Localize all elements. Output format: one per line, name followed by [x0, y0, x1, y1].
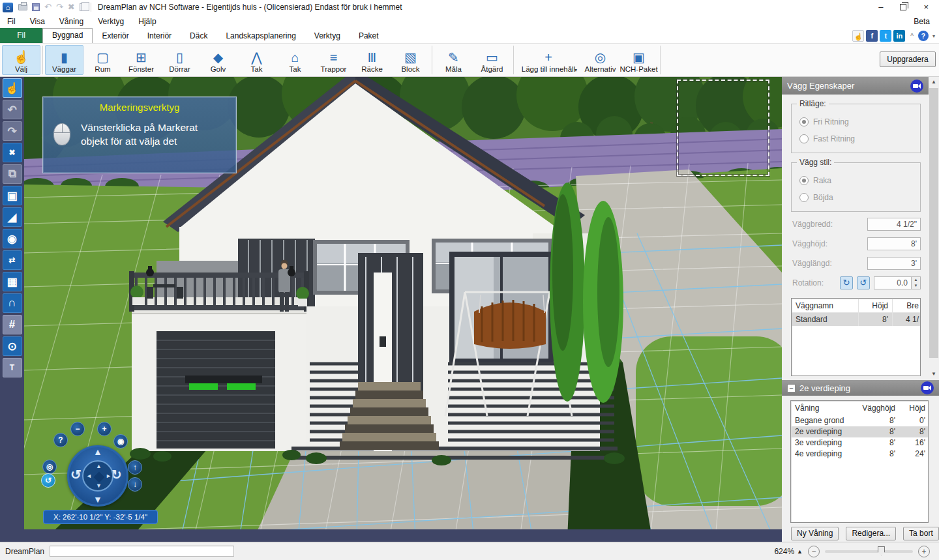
nav-plane-rotate-button[interactable]: ↺: [41, 473, 55, 488]
tab-paket[interactable]: Paket: [350, 29, 388, 43]
help-dropdown-icon[interactable]: ▾: [932, 33, 935, 39]
compass-button[interactable]: ⊙: [3, 336, 22, 356]
tab-dack[interactable]: Däck: [181, 29, 216, 43]
nav-elevate-up-button[interactable]: ↑: [128, 460, 142, 475]
close-button[interactable]: ×: [923, 1, 929, 14]
zoom-out-button[interactable]: −: [808, 546, 820, 557]
radio-fast-ritning[interactable]: Fast Ritning: [799, 134, 914, 143]
zoom-slider-thumb[interactable]: [878, 546, 885, 556]
panel-scrollbar[interactable]: ▲ ▼: [929, 77, 939, 379]
radio-raka[interactable]: Raka: [799, 176, 914, 185]
nav-rotate-ccw-icon[interactable]: ↺: [70, 467, 82, 482]
help-icon[interactable]: ?: [918, 31, 929, 41]
print-icon[interactable]: [18, 4, 27, 10]
roof-button[interactable]: ⌂ Tak: [276, 45, 314, 75]
snap-magnet-button[interactable]: ∩: [3, 293, 22, 313]
nav-orbit-button[interactable]: ◎: [42, 460, 57, 474]
rotation-input[interactable]: 0.0: [874, 276, 912, 289]
nav-tilt-down-icon[interactable]: ▼: [67, 494, 128, 505]
nav-zoom-in-button[interactable]: +: [97, 422, 112, 436]
minimize-button[interactable]: –: [878, 1, 883, 14]
add-content-button[interactable]: + Lägg till innehåll ▾: [516, 45, 581, 75]
spin-down-icon[interactable]: ▼: [912, 283, 920, 289]
wall-width-input[interactable]: 4 1/2": [867, 218, 921, 231]
nch-suite-button[interactable]: ▣ NCH-Paket: [619, 45, 658, 75]
tab-interior[interactable]: Interiör: [138, 29, 181, 43]
show-roof-button[interactable]: ◢: [3, 207, 22, 227]
redo-button[interactable]: ↷: [3, 121, 22, 141]
measure-button[interactable]: ▭ Åtgärd: [473, 45, 511, 75]
block-button[interactable]: ▧ Block: [391, 45, 430, 75]
add-content-dropdown-icon[interactable]: ▾: [574, 67, 577, 73]
copy-icon[interactable]: [80, 3, 86, 11]
rotate-cw-button[interactable]: ↻: [840, 276, 853, 289]
tab-byggnad[interactable]: Byggnad: [42, 28, 93, 43]
nav-elevate-down-button[interactable]: ↓: [128, 477, 142, 492]
video-help-icon[interactable]: [910, 80, 923, 93]
scroll-down-icon[interactable]: ▼: [929, 369, 939, 379]
twitter-icon[interactable]: t: [880, 30, 891, 42]
restore-button[interactable]: [900, 4, 906, 10]
undo-icon[interactable]: ↶: [44, 3, 52, 12]
floor-button[interactable]: ◆ Golv: [199, 45, 237, 75]
menu-vaning[interactable]: Våning: [52, 14, 91, 29]
select-pan-tool-button[interactable]: ☝: [3, 78, 22, 98]
facebook-icon[interactable]: f: [866, 30, 878, 42]
walls-button[interactable]: ▮ Väggar: [45, 45, 83, 75]
collapse-icon[interactable]: −: [787, 384, 796, 392]
like-icon[interactable]: ☝: [852, 30, 864, 42]
delete-floor-button[interactable]: Ta bort: [903, 527, 939, 540]
crop-plan-button[interactable]: #: [3, 315, 22, 334]
tab-landskapsplanering[interactable]: Landskapsplanering: [216, 29, 305, 43]
tab-fil[interactable]: Fil: [0, 28, 42, 43]
select-button[interactable]: ☝ Välj: [2, 45, 40, 75]
show-3d-button[interactable]: ▣: [3, 186, 22, 205]
edit-floor-button[interactable]: Redigera...: [846, 527, 896, 540]
options-button[interactable]: ◎ Alternativ: [581, 45, 619, 75]
table-row[interactable]: Standard 8' 4 1/: [792, 313, 920, 326]
doors-button[interactable]: ▯ Dörrar: [160, 45, 199, 75]
collapse-ribbon-icon[interactable]: ^: [910, 33, 914, 40]
new-floor-button[interactable]: Ny Våning: [791, 527, 839, 540]
floor-row[interactable]: 3e verdieping 8' 16': [791, 437, 928, 449]
menu-fil[interactable]: Fil: [0, 14, 23, 29]
save-icon[interactable]: [32, 3, 40, 11]
spin-up-icon[interactable]: ▲: [912, 277, 920, 283]
linkedin-icon[interactable]: in: [893, 30, 905, 42]
labels-button[interactable]: T: [3, 358, 22, 377]
nav-zoom-out-button[interactable]: −: [70, 422, 85, 436]
nav-pan-pad[interactable]: ▲ ▼ ◄ ►: [82, 460, 113, 492]
tab-verktyg[interactable]: Verktyg: [305, 29, 350, 43]
duplicate-button[interactable]: ⧉: [3, 164, 22, 184]
scroll-up-icon[interactable]: ▲: [929, 77, 939, 87]
radio-bojda[interactable]: Böjda: [799, 193, 914, 202]
undo-button[interactable]: ↶: [3, 100, 22, 119]
video-help-icon[interactable]: [921, 381, 934, 394]
orbit-view-button[interactable]: ◉: [3, 229, 22, 248]
ceiling-button[interactable]: ⋀ Tak: [237, 45, 276, 75]
nav-help-button[interactable]: ?: [53, 433, 68, 447]
menu-hjalp[interactable]: Hjälp: [131, 14, 163, 29]
zoom-slider[interactable]: [825, 550, 913, 553]
wall-length-input[interactable]: 3': [867, 257, 921, 270]
stairs-button[interactable]: ≡ Trappor: [314, 45, 353, 75]
toggle-2d-3d-button[interactable]: ⇄: [3, 250, 22, 270]
room-button[interactable]: ▢ Rum: [83, 45, 122, 75]
wall-height-input[interactable]: 8': [867, 237, 921, 250]
rotation-spinner[interactable]: ▲ ▼: [912, 276, 921, 289]
menu-visa[interactable]: Visa: [23, 14, 52, 29]
zoom-caret-icon[interactable]: ▲: [797, 548, 803, 555]
nav-camera-button[interactable]: ◉: [113, 434, 128, 449]
radio-fri-ritning[interactable]: Fri Ritning: [799, 117, 914, 126]
delete-button[interactable]: ✖: [3, 143, 22, 162]
floor-row[interactable]: Begane grond 8' 0': [791, 415, 928, 426]
redo-icon[interactable]: ↷: [56, 3, 63, 12]
menu-verktyg[interactable]: Verktyg: [91, 14, 131, 29]
paint-button[interactable]: ✎ Måla: [434, 45, 473, 75]
floor-row-selected[interactable]: 2e verdieping 8' 8': [791, 426, 928, 437]
upgrade-button[interactable]: Uppgradera: [880, 52, 936, 67]
window-button[interactable]: ⊞ Fönster: [122, 45, 160, 75]
tab-exterior[interactable]: Exteriör: [93, 29, 138, 43]
delete-icon[interactable]: ✖: [68, 3, 75, 12]
floor-row[interactable]: 4e verdieping 8' 24': [791, 449, 928, 460]
